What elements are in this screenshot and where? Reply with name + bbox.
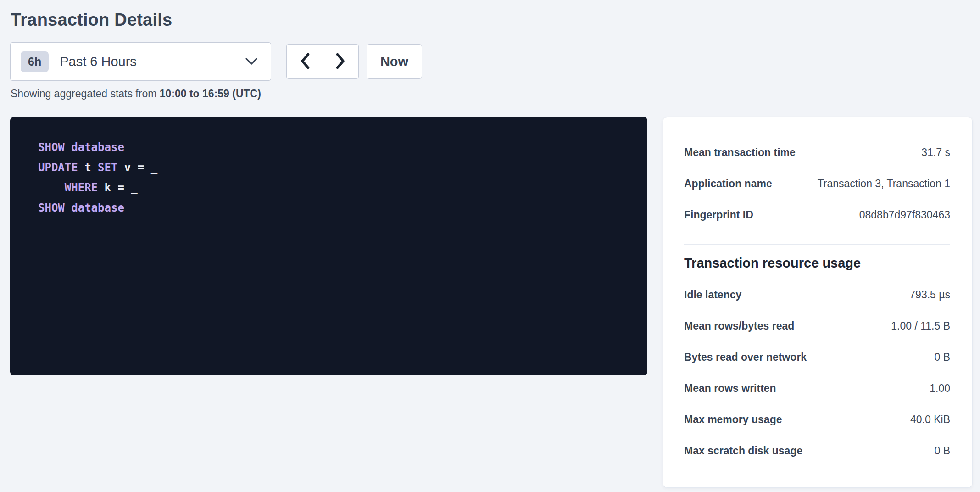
transaction-summary-card: Mean transaction time 31.7 s Application… (663, 117, 973, 488)
aggregation-subtitle-prefix: Showing aggregated stats from (11, 88, 160, 100)
chevron-left-icon (299, 52, 311, 71)
stat-row-mean-transaction-time: Mean transaction time 31.7 s (684, 137, 950, 168)
stat-row-max-memory-usage: Max memory usage 40.0 KiB (684, 404, 950, 435)
stat-label: Mean rows written (684, 382, 776, 395)
sql-statement-box: SHOW database UPDATE t SET v = _ WHERE k… (10, 117, 647, 375)
stat-label: Idle latency (684, 289, 741, 301)
sql-token (65, 201, 71, 214)
sql-token (65, 141, 71, 154)
sql-token (38, 181, 65, 194)
stat-row-application-name: Application name Transaction 3, Transact… (684, 168, 950, 199)
stat-label: Max scratch disk usage (684, 445, 802, 457)
stat-label: Mean transaction time (684, 146, 796, 159)
sql-line: SHOW database (38, 137, 629, 157)
stat-value: 40.0 KiB (910, 414, 950, 426)
chevron-down-icon (245, 57, 258, 66)
stat-value: 793.5 µs (909, 289, 950, 301)
stat-row-fingerprint-id: Fingerprint ID 08d8b7d97f830463 (684, 199, 950, 230)
sql-token: SHOW (38, 201, 65, 214)
sql-line: WHERE k = _ (38, 178, 629, 198)
card-divider (684, 244, 950, 245)
aggregation-time-range: 10:00 to 16:59 (UTC) (160, 88, 261, 100)
sql-token: UPDATE (38, 161, 78, 174)
stat-label: Fingerprint ID (684, 209, 753, 221)
stat-label: Bytes read over network (684, 351, 807, 363)
sql-token: database (71, 141, 124, 154)
time-range-dropdown[interactable]: 6h Past 6 Hours (10, 42, 271, 81)
stat-value: 31.7 s (921, 146, 950, 159)
now-button[interactable]: Now (367, 44, 422, 79)
prev-range-button[interactable] (286, 44, 323, 79)
time-controls: 6h Past 6 Hours (10, 42, 973, 81)
sql-token: WHERE (65, 181, 98, 194)
sql-token: database (71, 201, 124, 214)
next-range-button[interactable] (323, 44, 359, 79)
chevron-right-icon (335, 52, 346, 71)
time-range-label: Past 6 Hours (60, 54, 137, 69)
sql-token: k = _ (98, 181, 138, 194)
stat-row-mean-rows-written: Mean rows written 1.00 (684, 373, 950, 404)
stat-value: 1.00 (930, 382, 950, 395)
sql-token: SET (98, 161, 117, 174)
main-content: SHOW database UPDATE t SET v = _ WHERE k… (10, 117, 973, 488)
stat-value: 0 B (934, 351, 950, 363)
stat-label: Application name (684, 178, 772, 190)
stat-value: 1.00 / 11.5 B (891, 320, 950, 332)
sql-token: v = _ (117, 161, 157, 174)
sql-token: t (78, 161, 98, 174)
resource-usage-heading: Transaction resource usage (684, 256, 950, 271)
stat-value: 0 B (934, 445, 950, 457)
aggregation-subtitle: Showing aggregated stats from 10:00 to 1… (11, 88, 973, 100)
sql-token: SHOW (38, 141, 65, 154)
sql-line: UPDATE t SET v = _ (38, 157, 629, 178)
stat-row-max-scratch-disk-usage: Max scratch disk usage 0 B (684, 435, 950, 466)
stat-row-bytes-read-over-network: Bytes read over network 0 B (684, 341, 950, 373)
stat-row-idle-latency: Idle latency 793.5 µs (684, 279, 950, 310)
stat-value: 08d8b7d97f830463 (859, 209, 950, 221)
stat-row-mean-rows-bytes-read: Mean rows/bytes read 1.00 / 11.5 B (684, 310, 950, 341)
time-range-arrows (286, 44, 359, 79)
page-title: Transaction Details (11, 10, 973, 30)
sql-line: SHOW database (38, 198, 629, 218)
stat-value: Transaction 3, Transaction 1 (818, 178, 950, 190)
time-range-badge: 6h (21, 51, 49, 72)
transaction-details-page: Transaction Details 6h Past 6 Hours (0, 0, 980, 492)
stat-label: Mean rows/bytes read (684, 320, 794, 332)
stat-label: Max memory usage (684, 414, 782, 426)
